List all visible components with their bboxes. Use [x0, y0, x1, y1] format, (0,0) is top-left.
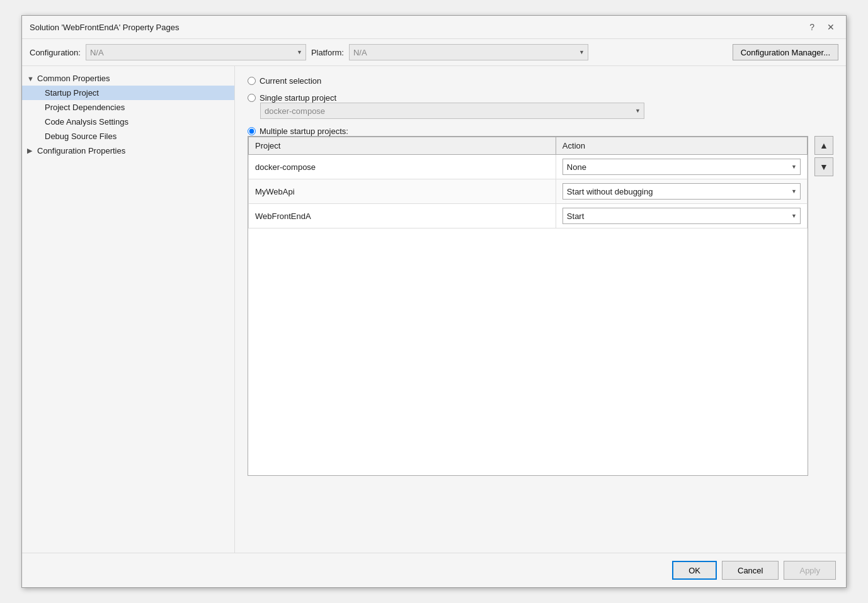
footer: OK Cancel Apply [22, 553, 846, 587]
action-cell: None Start Start without debugging [556, 179, 807, 204]
single-project-select[interactable]: docker-compose [260, 103, 644, 119]
ok-button[interactable]: OK [672, 561, 717, 580]
action-select-wrapper-0: None Start Start without debugging [562, 159, 801, 175]
project-name-cell: MyWebApi [249, 179, 556, 204]
current-selection-label[interactable]: Current selection [260, 76, 321, 86]
multiple-startup-section: Multiple startup projects: Project Actio… [248, 127, 833, 476]
table-row: MyWebApi None Start Start without debugg… [249, 179, 808, 204]
platform-label: Platform: [311, 48, 344, 57]
single-startup-section: Single startup project docker-compose [248, 93, 833, 119]
sidebar-item-code-analysis-settings[interactable]: Code Analysis Settings [22, 115, 234, 129]
projects-table-wrapper: Project Action docker-compose [248, 136, 808, 476]
single-project-select-row: docker-compose [248, 103, 833, 119]
project-name-cell: docker-compose [249, 155, 556, 179]
table-header-row: Project Action [249, 137, 808, 155]
action-select-2[interactable]: None Start Start without debugging [562, 208, 801, 224]
configuration-select-wrapper: N/A [86, 44, 306, 60]
multiple-startup-label[interactable]: Multiple startup projects: [260, 127, 348, 136]
config-manager-button[interactable]: Configuration Manager... [733, 44, 838, 60]
project-name-cell: WebFrontEndA [249, 204, 556, 228]
common-properties-label: Common Properties [37, 74, 110, 83]
up-down-buttons: ▲ ▼ [814, 136, 833, 476]
projects-table-area: Project Action docker-compose [248, 136, 833, 476]
common-properties-header[interactable]: ▼ Common Properties [22, 71, 234, 86]
property-pages-dialog: Solution 'WebFrontEndA' Property Pages ?… [21, 15, 847, 588]
action-select-0[interactable]: None Start Start without debugging [562, 159, 801, 175]
move-up-button[interactable]: ▲ [814, 136, 833, 155]
close-button[interactable]: ✕ [823, 21, 838, 33]
single-project-select-wrapper: docker-compose [260, 103, 644, 119]
action-select-wrapper-1: None Start Start without debugging [562, 183, 801, 200]
main-content: ▼ Common Properties Startup Project Proj… [22, 66, 846, 553]
single-startup-radio[interactable] [248, 94, 256, 102]
col-action-header: Action [556, 137, 807, 155]
help-button[interactable]: ? [806, 21, 818, 33]
action-select-wrapper-2: None Start Start without debugging [562, 208, 801, 224]
current-selection-row: Current selection [248, 76, 833, 86]
config-properties-label: Configuration Properties [37, 146, 125, 155]
config-properties-header[interactable]: ▶ Configuration Properties [22, 144, 234, 158]
title-bar-left: Solution 'WebFrontEndA' Property Pages [30, 23, 179, 32]
cancel-button[interactable]: Cancel [722, 561, 779, 580]
right-panel: Current selection Single startup project… [235, 66, 846, 553]
config-properties-toggle: ▶ [27, 147, 37, 155]
table-row: WebFrontEndA None Start Start without de… [249, 204, 808, 228]
projects-table: Project Action docker-compose [248, 137, 808, 228]
common-properties-toggle: ▼ [27, 75, 37, 82]
action-cell: None Start Start without debugging [556, 155, 807, 179]
tree-panel: ▼ Common Properties Startup Project Proj… [22, 66, 235, 553]
col-project-header: Project [249, 137, 556, 155]
multiple-startup-row: Multiple startup projects: [248, 127, 833, 136]
platform-select[interactable]: N/A [349, 44, 588, 60]
platform-select-wrapper: N/A [349, 44, 588, 60]
multiple-startup-radio[interactable] [248, 127, 256, 135]
sidebar-item-project-dependencies[interactable]: Project Dependencies [22, 100, 234, 115]
title-bar: Solution 'WebFrontEndA' Property Pages ?… [22, 16, 846, 39]
single-startup-label[interactable]: Single startup project [260, 93, 336, 103]
table-row: docker-compose None Start Start without … [249, 155, 808, 179]
sidebar-item-startup-project[interactable]: Startup Project [22, 86, 234, 100]
dialog-title: Solution 'WebFrontEndA' Property Pages [30, 23, 179, 32]
current-selection-radio[interactable] [248, 77, 256, 85]
single-startup-row: Single startup project [248, 93, 833, 103]
title-bar-buttons: ? ✕ [806, 21, 838, 33]
config-bar: Configuration: N/A Platform: N/A Configu… [22, 39, 846, 66]
action-cell: None Start Start without debugging [556, 204, 807, 228]
configuration-select[interactable]: N/A [86, 44, 306, 60]
config-label: Configuration: [30, 48, 81, 57]
apply-button[interactable]: Apply [784, 561, 836, 580]
action-select-1[interactable]: None Start Start without debugging [562, 183, 801, 200]
move-down-button[interactable]: ▼ [814, 157, 833, 176]
sidebar-item-debug-source-files[interactable]: Debug Source Files [22, 129, 234, 144]
